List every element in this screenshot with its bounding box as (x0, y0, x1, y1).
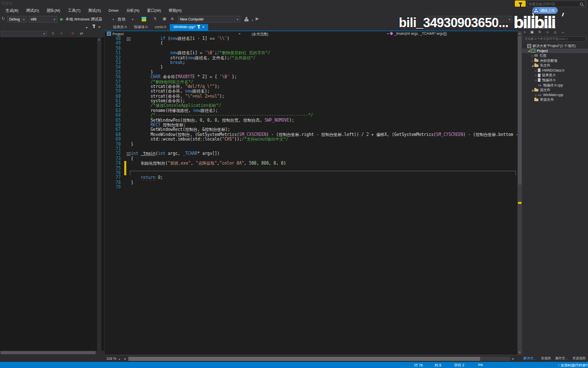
run-mode-label[interactable]: 自动 (118, 17, 125, 22)
pin-icon[interactable] (197, 25, 200, 30)
fold-margin (126, 137, 131, 142)
scroll-down-icon[interactable]: ▼ (517, 350, 522, 355)
code-editor-surface[interactable]: 48 if (new路径名[i - 1] == '\\')49 {5051 ne… (105, 36, 517, 355)
left-panel-horizontal-scrollbar[interactable] (0, 351, 104, 355)
tree-item[interactable]: ▷外部依赖项 (522, 58, 588, 63)
tree-item[interactable]: ++预编译.h.cpp (522, 83, 588, 88)
menu-item[interactable]: 分析(N) (125, 7, 141, 14)
tree-item-label: 预编译.h.cpp (543, 83, 563, 88)
document-tab[interactable]: WinMain.cpp*× (170, 24, 208, 31)
tree-item[interactable]: ◢头文件 (522, 63, 588, 68)
menu-item[interactable]: Driver (107, 7, 120, 14)
menu-item[interactable]: 帮助(H) (167, 7, 183, 14)
zoom-caret-icon[interactable]: ▾ (119, 357, 120, 361)
configuration-combo[interactable]: Debug▾ (7, 16, 27, 22)
quick-launch-input[interactable] (528, 2, 580, 6)
line-number: 59 (105, 89, 124, 94)
window-position-caret-icon[interactable]: ▾ (86, 26, 87, 29)
build-icon[interactable] (142, 17, 146, 21)
start-debug-icon[interactable]: ▶ (60, 17, 63, 21)
scroll-right-icon[interactable]: ▸ (512, 357, 514, 361)
menu-item[interactable]: 测试(S) (86, 7, 102, 14)
expander-icon[interactable]: ◢ (531, 88, 534, 91)
expander-icon[interactable]: ▷ (531, 54, 534, 57)
add-user-icon[interactable] (244, 17, 248, 21)
menu-item[interactable]: 工具(T) (66, 7, 82, 14)
tree-item[interactable]: 资源文件 (522, 98, 588, 103)
tree-item[interactable]: ▷预编译.h (522, 78, 588, 83)
expander-icon[interactable]: ◢ (527, 49, 531, 52)
platform-combo[interactable]: x86▾ (29, 16, 57, 22)
tool-window-tab[interactable]: 类视图 (541, 356, 551, 361)
tool-window-tab[interactable]: 属性管… (555, 356, 569, 361)
fold-margin[interactable] (126, 36, 131, 41)
editor-zoom-level[interactable]: 116 % (106, 357, 116, 360)
swap-icon[interactable]: ⇄ (80, 31, 83, 36)
nav-project-combo[interactable]: Project (107, 32, 124, 36)
close-icon[interactable]: × (202, 24, 204, 31)
add-to-source-control-button[interactable]: ↑ 添加到源代码管理 (558, 363, 587, 368)
filter-flag-icon[interactable] (515, 1, 526, 7)
scroll-thumb[interactable] (1, 351, 96, 354)
line-number: 53 (105, 60, 124, 65)
nav-member-combo[interactable]: ▾ _tmain(int argc, _TCHAR* argv[]) (387, 32, 447, 35)
document-tab[interactable]: 链表类.h (109, 24, 130, 31)
close-icon[interactable]: × (98, 25, 101, 29)
tree-item[interactable]: ▷++WinMain.cpp (522, 93, 588, 98)
scroll-thumb[interactable] (128, 357, 480, 361)
scroll-left-icon[interactable]: ◂ (124, 357, 126, 361)
expander-icon[interactable]: ▷ (534, 94, 538, 97)
left-panel-vertical-scrollbar[interactable]: ▲ (97, 37, 101, 351)
menu-item[interactable]: 窗口(W) (146, 7, 163, 14)
sort-icon[interactable]: ⇅ (51, 31, 55, 36)
navigate-back-icon[interactable]: ↻ (2, 16, 5, 21)
error-list-icon[interactable]: ≡ (72, 31, 74, 36)
left-tool-window-body[interactable]: ▲ (0, 37, 104, 351)
comment-icon[interactable]: ▣ (163, 16, 167, 21)
nav-project-caret-icon[interactable]: ▾ (239, 32, 240, 35)
fold-margin (126, 123, 131, 127)
tree-item[interactable]: 解决方案"Project"(1 个项目) (522, 43, 588, 49)
menu-item[interactable]: 生成(B) (4, 7, 20, 14)
list-icon[interactable]: ≡ (60, 31, 63, 36)
expander-icon[interactable]: ▷ (531, 59, 534, 62)
line-number: 55 (105, 70, 124, 75)
tree-item[interactable]: ◢Project (522, 49, 588, 54)
left-panel-combo[interactable]: ▾ (1, 31, 47, 36)
tree-item[interactable]: ▷HWNDClass.h (522, 68, 588, 73)
tree-item[interactable]: ◢源文件 (522, 87, 588, 93)
run-secondary-icon[interactable]: ▶ (256, 16, 259, 21)
tree-item[interactable]: ▷引用 (522, 53, 588, 58)
remote-machine-combo[interactable]: New Computer▾ (178, 16, 240, 22)
fold-margin (126, 127, 131, 132)
expander-icon[interactable]: ▷ (534, 69, 538, 72)
tree-item[interactable]: ▷链表类.h (522, 73, 588, 78)
tool-window-tab[interactable]: 资源视图 (573, 356, 586, 361)
line-number: 67 (105, 127, 124, 132)
editor-vertical-scrollbar[interactable]: ▲ ▼ (517, 31, 522, 355)
font-icon[interactable]: A (171, 16, 174, 21)
attach-process-icon[interactable]: ↯ (153, 16, 157, 21)
file-icon (538, 78, 540, 82)
run-mode-caret-icon[interactable]: ▾ (132, 17, 133, 21)
expander-icon[interactable]: ◢ (531, 64, 534, 67)
pin-icon[interactable] (92, 25, 96, 29)
menu-item[interactable]: 调试(D) (25, 7, 40, 14)
start-debug-label[interactable]: 本地 Windows 调试器 (65, 17, 102, 22)
code-line-51: 51 new路径名[i] = '\0';/*删除最后斜杠 后的字符*/ (105, 51, 517, 55)
tool-window-tab[interactable]: 解决方… (524, 356, 537, 361)
fold-margin[interactable] (126, 151, 131, 156)
expander-icon[interactable]: ▷ (534, 74, 538, 77)
line-number: 70 (105, 142, 124, 147)
document-tab[interactable]: 预编译.h (130, 24, 151, 31)
expander-icon[interactable]: ▷ (534, 79, 538, 82)
nav-member-label: _tmain(int argc, _TCHAR* argv[]) (394, 32, 447, 35)
debug-target-caret-icon[interactable]: ▾ (112, 17, 114, 21)
scroll-thumb[interactable] (518, 36, 522, 185)
fold-margin (126, 41, 131, 45)
sln-icon (527, 44, 531, 48)
tree-item-label: Project (537, 49, 548, 53)
menu-item[interactable]: 团队(M) (45, 7, 61, 14)
horizontal-scrollbar[interactable] (128, 357, 510, 361)
document-tab[interactable]: conio.h (151, 24, 170, 31)
